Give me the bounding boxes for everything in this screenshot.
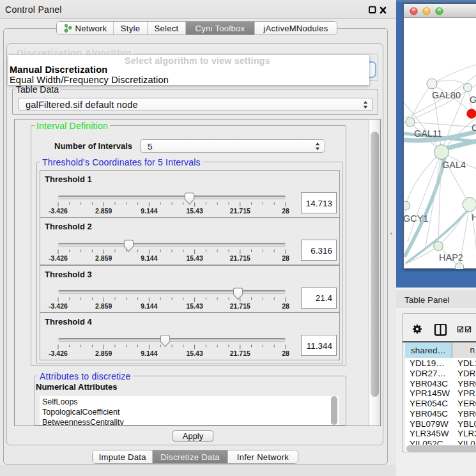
svg-text:GA: GA [470, 95, 476, 105]
svg-text:H: H [472, 212, 476, 222]
svg-text:HAP2: HAP2 [439, 252, 463, 263]
svg-text:GAL11: GAL11 [414, 128, 442, 139]
svg-text:GCY1: GCY1 [404, 213, 429, 224]
svg-text:C: C [472, 123, 476, 133]
svg-text:GAL80: GAL80 [432, 90, 461, 100]
svg-text:GAL4: GAL4 [442, 160, 466, 170]
